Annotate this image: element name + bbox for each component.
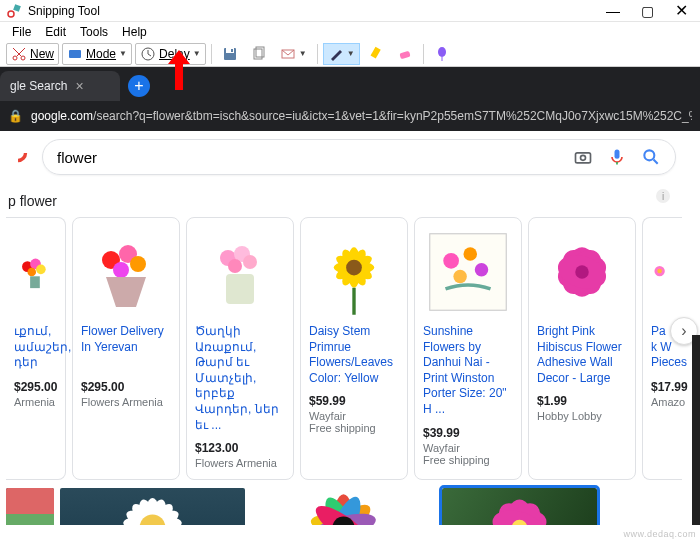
google-logo-icon[interactable] bbox=[8, 143, 28, 163]
product-title: ւքում, ամաշեր, դեր bbox=[14, 324, 57, 372]
svg-point-23 bbox=[27, 268, 36, 277]
chevron-down-icon: ▼ bbox=[347, 49, 355, 58]
svg-point-27 bbox=[130, 256, 146, 272]
chevron-down-icon: ▼ bbox=[193, 49, 201, 58]
image-result-selected[interactable] bbox=[442, 488, 597, 525]
svg-rect-41 bbox=[430, 234, 507, 311]
svg-rect-1 bbox=[13, 4, 21, 12]
clock-icon bbox=[140, 46, 156, 62]
svg-rect-12 bbox=[370, 46, 380, 58]
mode-label: Mode bbox=[86, 47, 116, 61]
product-title: Ծաղկի Առաքում, Թարմ եւ Մատչելի, երբեք Վա… bbox=[195, 324, 285, 433]
mode-button[interactable]: Mode ▼ bbox=[62, 43, 132, 65]
svg-rect-8 bbox=[231, 49, 233, 52]
pen-button[interactable]: ▼ bbox=[323, 43, 360, 65]
image-result[interactable] bbox=[60, 488, 245, 525]
product-shipping: Free shipping bbox=[423, 454, 513, 466]
svg-point-0 bbox=[8, 11, 14, 17]
mic-icon[interactable] bbox=[607, 147, 627, 167]
product-title: Flower Delivery In Yerevan bbox=[81, 324, 171, 372]
save-button[interactable] bbox=[217, 43, 243, 65]
menu-edit[interactable]: Edit bbox=[39, 23, 72, 41]
painting-image bbox=[423, 227, 513, 317]
eraser-button[interactable] bbox=[392, 43, 418, 65]
delay-button[interactable]: Delay ▼ bbox=[135, 43, 206, 65]
close-button[interactable]: ✕ bbox=[664, 0, 698, 22]
svg-point-31 bbox=[243, 255, 257, 269]
search-input[interactable] bbox=[57, 149, 573, 166]
tab-title: gle Search bbox=[10, 79, 67, 93]
svg-rect-55 bbox=[6, 514, 54, 525]
copy-button[interactable] bbox=[246, 43, 272, 65]
pen-icon bbox=[328, 46, 344, 62]
product-card[interactable]: Ծաղկի Առաքում, Թարմ եւ Մատչելի, երբեք Վա… bbox=[186, 217, 294, 480]
mail-button[interactable]: ▼ bbox=[275, 43, 312, 65]
product-title: Sunshine Flowers by Danhui Nai - Print W… bbox=[423, 324, 513, 418]
menu-file[interactable]: File bbox=[6, 23, 37, 41]
image-result[interactable] bbox=[6, 488, 54, 525]
maximize-button[interactable]: ▢ bbox=[630, 0, 664, 22]
product-price: $295.00 bbox=[14, 380, 57, 394]
highlighter-button[interactable] bbox=[363, 43, 389, 65]
window-controls: — ▢ ✕ bbox=[596, 0, 698, 22]
mail-icon bbox=[280, 46, 296, 62]
product-card[interactable]: ւքում, ամաշեր, դեր $295.00 Armenia bbox=[6, 217, 66, 480]
camera-icon[interactable] bbox=[573, 147, 593, 167]
product-card[interactable]: Daisy Stem Primrue Flowers/Leaves Color:… bbox=[300, 217, 408, 480]
svg-point-53 bbox=[657, 268, 662, 273]
svg-point-3 bbox=[21, 56, 25, 60]
paint3d-button[interactable] bbox=[429, 43, 455, 65]
svg-point-22 bbox=[36, 264, 46, 274]
svg-point-43 bbox=[464, 247, 478, 261]
product-source: Wayfair bbox=[309, 410, 399, 422]
svg-point-32 bbox=[228, 259, 242, 273]
tab-close-icon[interactable]: × bbox=[75, 78, 83, 94]
product-title: Daisy Stem Primrue Flowers/Leaves Color:… bbox=[309, 324, 399, 386]
lock-icon: 🔒 bbox=[8, 109, 23, 123]
svg-rect-13 bbox=[399, 50, 410, 58]
product-card[interactable]: Pa k W Pieces $17.99 Amazo bbox=[642, 217, 682, 480]
delay-label: Delay bbox=[159, 47, 190, 61]
browser-tab[interactable]: gle Search × bbox=[0, 71, 120, 101]
eraser-icon bbox=[397, 46, 413, 62]
product-price: $295.00 bbox=[81, 380, 171, 394]
address-bar: 🔒 google.com/search?q=flower&tbm=isch&so… bbox=[0, 101, 700, 131]
browser-tabstrip: gle Search × + bbox=[0, 67, 700, 101]
google-content: i p flower ւքում, ամաշեր, դեր $295.00 Ar… bbox=[0, 131, 700, 525]
menubar: File Edit Tools Help bbox=[0, 22, 700, 41]
image-result[interactable] bbox=[251, 488, 436, 525]
product-source: Armenia bbox=[14, 396, 57, 408]
toolbar: New Mode ▼ Delay ▼ ▼ ▼ bbox=[0, 41, 700, 67]
chevron-down-icon: ▼ bbox=[119, 49, 127, 58]
mode-icon bbox=[67, 46, 83, 62]
product-title: Bright Pink Hibiscus Flower Adhesive Wal… bbox=[537, 324, 627, 386]
menu-help[interactable]: Help bbox=[116, 23, 153, 41]
product-price: $1.99 bbox=[537, 394, 627, 408]
product-price: $59.99 bbox=[309, 394, 399, 408]
product-source: Hobby Lobby bbox=[537, 410, 627, 422]
section-heading: p flower bbox=[8, 193, 696, 209]
shopping-row: ւքում, ամաշեր, դեր $295.00 Armenia Flowe… bbox=[6, 217, 696, 480]
svg-point-17 bbox=[581, 155, 586, 160]
svg-point-44 bbox=[475, 263, 489, 277]
bouquet-image bbox=[14, 232, 57, 312]
search-icon[interactable] bbox=[641, 147, 661, 167]
new-tab-button[interactable]: + bbox=[128, 75, 150, 97]
product-card[interactable]: Flower Delivery In Yerevan $295.00 Flowe… bbox=[72, 217, 180, 480]
menu-tools[interactable]: Tools bbox=[74, 23, 114, 41]
svg-point-28 bbox=[113, 262, 129, 278]
product-price: $17.99 bbox=[651, 380, 674, 394]
svg-rect-4 bbox=[69, 50, 81, 58]
product-card[interactable]: Bright Pink Hibiscus Flower Adhesive Wal… bbox=[528, 217, 636, 480]
svg-rect-16 bbox=[576, 153, 591, 163]
svg-rect-24 bbox=[30, 276, 40, 288]
url-text[interactable]: google.com/search?q=flower&tbm=isch&sour… bbox=[31, 109, 692, 123]
info-icon[interactable]: i bbox=[656, 189, 670, 203]
svg-point-2 bbox=[13, 56, 17, 60]
minimize-button[interactable]: — bbox=[596, 0, 630, 22]
search-bar[interactable] bbox=[42, 139, 676, 175]
new-button[interactable]: New bbox=[6, 43, 59, 65]
scrollbar-thumb[interactable] bbox=[692, 335, 700, 525]
svg-rect-18 bbox=[615, 150, 620, 159]
product-card[interactable]: Sunshine Flowers by Danhui Nai - Print W… bbox=[414, 217, 522, 480]
